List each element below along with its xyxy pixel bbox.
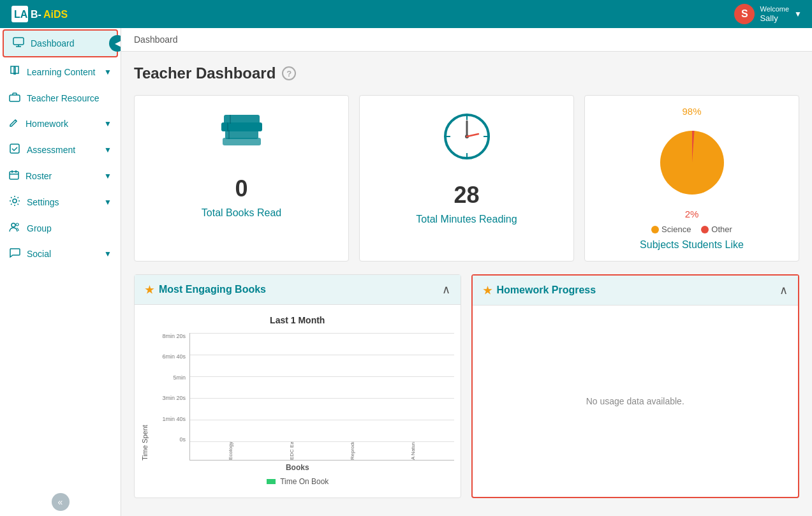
sidebar-item-label: Social — [27, 249, 51, 259]
calendar-icon — [9, 170, 19, 182]
bar-legend-icon — [266, 478, 276, 485]
pie-chart — [654, 124, 730, 201]
chevron-down-icon: ▼ — [104, 198, 112, 207]
star-icon: ★ — [145, 284, 154, 296]
bars-container — [190, 333, 454, 442]
x-label-2: Reproduction, 3r... — [322, 442, 383, 460]
svg-rect-32 — [267, 479, 276, 484]
svg-point-14 — [11, 223, 15, 227]
chevron-down-icon: ▼ — [104, 145, 112, 154]
homework-progress-body: No usage data available. — [473, 306, 799, 497]
subjects-card-title: Subjects Students Like — [640, 239, 744, 251]
chart-legend: Time On Book — [135, 477, 461, 486]
dashboard-body: Teacher Dashboard ? — [121, 52, 812, 511]
briefcase-icon — [9, 92, 20, 105]
x-label-0: Ecology, 3rd Editi... — [200, 442, 261, 460]
star-icon: ★ — [483, 284, 492, 297]
svg-rect-4 — [13, 38, 24, 45]
y-label-0: 8min 20s — [162, 333, 186, 339]
sidebar-item-teacher-resource[interactable]: Teacher Resource — [0, 85, 121, 111]
stats-row: 0 Total Books Read — [134, 95, 799, 262]
main-content: Dashboard Teacher Dashboard ? — [121, 28, 812, 516]
svg-text:LA: LA — [14, 9, 28, 20]
sidebar-item-roster[interactable]: Roster ▼ — [0, 163, 121, 189]
pie-legend: Science Other — [651, 225, 732, 234]
books-read-label: Total Books Read — [202, 207, 281, 219]
y-label-3: 3min 20s — [162, 395, 186, 401]
x-axis-label: Books — [135, 463, 461, 472]
y-axis-label: Time Spent — [141, 333, 149, 461]
book-icon — [9, 65, 20, 79]
y-axis: 8min 20s 6min 40s 5min 3min 20s 1min 40s… — [151, 333, 189, 461]
section-collapse-button[interactable]: ∧ — [779, 283, 788, 297]
sidebar-item-label: Dashboard — [31, 38, 75, 48]
y-label-1: 6min 40s — [162, 353, 186, 360]
science-percent-label: 98% — [682, 106, 701, 117]
sidebar-item-learning-content[interactable]: Learning Content ▼ — [0, 59, 121, 85]
chart-title: Last 1 Month — [135, 315, 461, 325]
sidebar-item-label: Homework — [26, 119, 68, 129]
chevron-down-icon[interactable]: ▼ — [794, 10, 802, 18]
y-label-4: 1min 40s — [162, 416, 186, 422]
books-icon — [216, 111, 267, 165]
pencil-icon — [9, 117, 19, 130]
sidebar-item-group[interactable]: Group — [0, 216, 121, 241]
chevron-down-icon: ▼ — [104, 119, 112, 128]
checkmark-icon — [9, 143, 20, 157]
section-title-homework: ★ Homework Progress — [483, 284, 596, 297]
most-engaging-books-header: ★ Most Engaging Books ∧ — [135, 275, 461, 305]
svg-point-13 — [13, 199, 17, 203]
sidebar-item-label: Teacher Resource — [27, 93, 100, 103]
sidebar-item-homework[interactable]: Homework ▼ — [0, 111, 121, 136]
logo: LA B- AiDS — [10, 4, 80, 24]
user-area[interactable]: S Welcome Sally ▼ — [734, 4, 802, 24]
legend-other: Other — [701, 225, 732, 234]
sidebar: Dashboard ◀ Learning Content ▼ Teacher R… — [0, 28, 121, 516]
subjects-card: 98% 2% — [584, 95, 799, 262]
chevron-down-icon: ▼ — [104, 68, 112, 77]
sidebar-item-label: Learning Content — [27, 67, 95, 77]
most-engaging-books-card: ★ Most Engaging Books ∧ Last 1 Month Tim… — [134, 274, 461, 498]
svg-rect-8 — [10, 144, 19, 153]
other-legend-dot — [701, 226, 709, 233]
svg-text:B-: B- — [31, 9, 41, 20]
stat-card-minutes-reading: 28 Total Minutes Reading — [359, 95, 574, 262]
sidebar-item-assessment[interactable]: Assessment ▼ — [0, 136, 121, 163]
bottom-row: ★ Most Engaging Books ∧ Last 1 Month Tim… — [134, 274, 799, 498]
homework-progress-card: ★ Homework Progress ∧ No usage data avai… — [471, 274, 800, 498]
chevron-down-icon: ▼ — [104, 172, 112, 181]
gear-icon — [9, 195, 20, 209]
double-chevron-left-icon: « — [58, 497, 63, 507]
bars-area: Ecology, 3rd Editi... EDC Earth Sci U2..… — [189, 333, 454, 461]
svg-line-26 — [467, 134, 478, 136]
legend-science: Science — [651, 225, 691, 234]
x-label-1: EDC Earth Sci U2... — [261, 442, 321, 460]
sidebar-toggle-button[interactable]: « — [52, 493, 70, 511]
user-name: Welcome Sally — [760, 5, 789, 24]
chevron-left-icon: ◀ — [115, 39, 121, 48]
svg-text:AiDS: AiDS — [43, 9, 68, 20]
chevron-down-icon: ▼ — [104, 249, 112, 258]
homework-progress-header: ★ Homework Progress ∧ — [473, 276, 799, 306]
sidebar-item-dashboard[interactable]: Dashboard ◀ — [3, 29, 118, 57]
breadcrumb: Dashboard — [121, 28, 812, 52]
sidebar-item-social[interactable]: Social ▼ — [0, 241, 121, 267]
svg-rect-9 — [10, 172, 18, 179]
help-icon[interactable]: ? — [282, 66, 296, 80]
section-title-books: ★ Most Engaging Books — [145, 284, 266, 296]
svg-point-15 — [16, 223, 18, 226]
sidebar-item-settings[interactable]: Settings ▼ — [0, 189, 121, 216]
section-collapse-button[interactable]: ∧ — [442, 283, 450, 297]
stat-card-books-read: 0 Total Books Read — [134, 95, 349, 262]
clock-icon — [441, 111, 492, 172]
sidebar-collapse-button[interactable]: ◀ — [109, 35, 121, 52]
sidebar-item-label: Settings — [27, 197, 59, 207]
sidebar-item-label: Group — [27, 223, 52, 233]
minutes-reading-label: Total Minutes Reading — [416, 214, 517, 225]
svg-rect-7 — [10, 95, 20, 101]
no-data-text: No usage data available. — [586, 396, 684, 406]
monitor-icon — [13, 37, 24, 50]
y-label-2: 5min — [173, 374, 186, 381]
avatar: S — [734, 4, 755, 24]
svg-rect-19 — [224, 115, 260, 124]
